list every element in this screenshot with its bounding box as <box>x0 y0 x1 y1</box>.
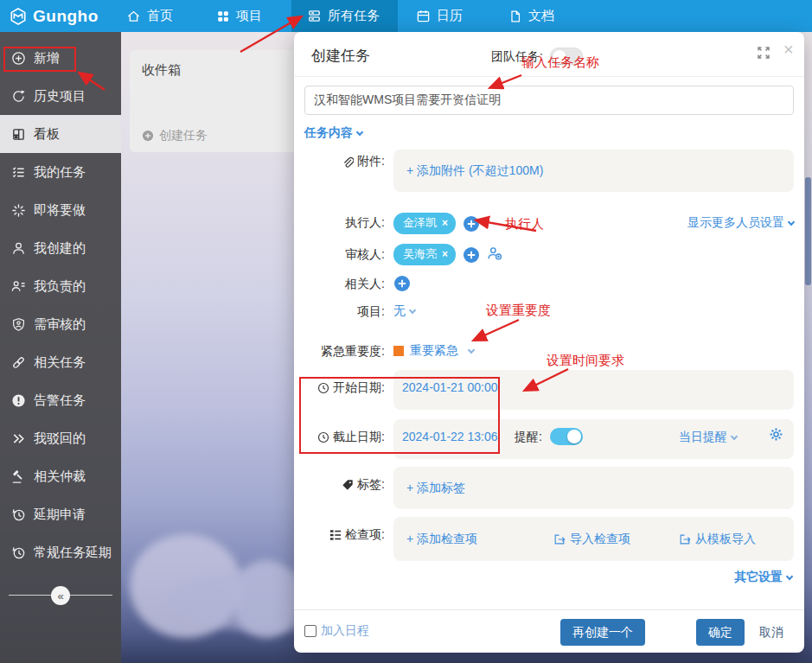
remove-tag-icon[interactable]: × <box>442 217 448 229</box>
tag-name: 吴海亮 <box>403 246 437 262</box>
person-list-icon <box>11 279 26 294</box>
add-executor-button[interactable] <box>463 215 480 233</box>
add-related-person-button[interactable] <box>393 275 411 292</box>
attachment-label: 附件: <box>294 154 385 169</box>
chevron-down-icon <box>731 432 738 439</box>
nav-item-all-tasks[interactable]: 所有任务 <box>291 0 398 32</box>
remind-label: 提醒: <box>515 430 542 445</box>
sidebar-item-board[interactable]: 看板 <box>0 115 121 153</box>
annotation-box-dates <box>299 377 500 454</box>
sidebar-item-label: 我的任务 <box>34 164 86 181</box>
sidebar-item-delay-request[interactable]: 延期申请 <box>0 495 121 533</box>
alert-icon <box>11 393 26 408</box>
remind-toggle[interactable] <box>550 428 583 445</box>
import-from-template-link[interactable]: 从模板导入 <box>679 532 756 547</box>
task-content-label: 任务内容 <box>304 125 353 141</box>
nav-item-home[interactable]: 首页 <box>126 0 173 32</box>
add-checklist-link[interactable]: + 添加检查项 <box>406 532 477 547</box>
add-to-schedule-checkbox[interactable]: 加入日程 <box>304 623 369 639</box>
sidebar-item-my-tasks[interactable]: 我的任务 <box>0 153 121 191</box>
task-list-icon <box>11 165 26 180</box>
sidebar: 新增 历史项目 看板 我的任务 即将要做 我创建的 我负责的 需审核的 <box>0 32 121 663</box>
related-people-label: 相关人: <box>294 277 385 292</box>
import-icon <box>679 533 691 545</box>
import-icon <box>553 533 566 545</box>
nav-item-calendar[interactable]: 日历 <box>416 0 463 32</box>
reviewer-row: 吴海亮× <box>393 244 502 265</box>
sidebar-item-label: 历史项目 <box>34 88 86 105</box>
task-content-toggle[interactable]: 任务内容 <box>304 125 362 141</box>
sidebar-item-history-projects[interactable]: 历史项目 <box>0 77 121 115</box>
annotation-priority-hint: 设置重要度 <box>486 303 551 319</box>
sidebar-item-rejected-by-me[interactable]: 我驳回的 <box>0 419 121 457</box>
add-attachment-link[interactable]: + 添加附件 (不超过100M) <box>406 163 543 179</box>
sidebar-item-label: 相关任务 <box>34 354 86 371</box>
attachment-dropzone[interactable]: + 添加附件 (不超过100M) <box>393 150 794 192</box>
scrollbar-thumb[interactable] <box>805 177 811 285</box>
remind-option-select[interactable]: 当日提醒 <box>679 430 737 445</box>
plus-circle-icon <box>142 130 154 142</box>
chevron-down-icon <box>409 306 416 313</box>
gear-icon[interactable] <box>769 427 783 445</box>
board-column-inbox: 收件箱 创建任务 <box>130 50 299 152</box>
remove-tag-icon[interactable]: × <box>442 248 448 260</box>
checklist-field: + 添加检查项 导入检查项 从模板导入 <box>393 517 794 561</box>
sidebar-item-related-tasks[interactable]: 相关任务 <box>0 343 121 381</box>
task-name-input[interactable] <box>304 86 794 115</box>
related-people-row <box>393 275 411 292</box>
sidebar-item-alert-tasks[interactable]: 告警任务 <box>0 381 121 419</box>
reviewer-tag[interactable]: 吴海亮× <box>393 244 456 265</box>
app-window: 收件箱 创建任务 新增 历史项目 看板 我的任务 即将要做 我创建的 <box>0 0 812 663</box>
divider <box>294 76 804 77</box>
list-icon <box>307 9 322 23</box>
add-tag-link[interactable]: + 添加标签 <box>406 481 465 496</box>
create-task-modal: 创建任务 团队任务: × 任务内容 附件: + 添加附件 (不超过100M) 执… <box>294 32 804 653</box>
sidebar-item-label: 我驳回的 <box>34 430 86 447</box>
annotation-box-new <box>3 47 76 72</box>
add-reviewer-button[interactable] <box>463 246 480 264</box>
sidebar-collapse-button[interactable]: « <box>51 586 70 605</box>
create-another-button[interactable]: 再创建一个 <box>560 619 645 646</box>
person-settings-icon[interactable] <box>487 245 502 265</box>
sidebar-item-label: 告警任务 <box>34 392 86 409</box>
board-create-task-button[interactable]: 创建任务 <box>142 128 208 143</box>
nav-item-documents[interactable]: 文档 <box>508 0 554 32</box>
other-settings-toggle[interactable]: 其它设置 <box>734 570 792 585</box>
priority-label: 紧急重要度: <box>294 344 385 360</box>
paperclip-icon <box>341 156 354 169</box>
checkbox-icon[interactable] <box>304 625 316 637</box>
priority-select[interactable]: 重要紧急 <box>393 343 474 359</box>
nav-item-label: 所有任务 <box>328 8 380 24</box>
import-checklist-link[interactable]: 导入检查项 <box>553 532 630 547</box>
nav-item-projects[interactable]: 项目 <box>216 0 262 32</box>
show-more-people-link[interactable]: 显示更多人员设置 <box>687 215 794 231</box>
sidebar-item-regular-task-delay[interactable]: 常规任务延期 <box>0 533 121 571</box>
close-icon[interactable]: × <box>783 40 794 60</box>
sidebar-item-upcoming[interactable]: 即将要做 <box>0 191 121 229</box>
sidebar-collapse-area: « <box>0 585 121 606</box>
annotation-executor-hint: 执行人 <box>505 216 544 233</box>
nav-item-label: 日历 <box>437 8 463 24</box>
calendar-icon <box>416 9 431 23</box>
project-select[interactable]: 无 <box>393 303 415 319</box>
cancel-button[interactable]: 取消 <box>759 625 783 641</box>
sidebar-item-my-responsibility[interactable]: 我负责的 <box>0 267 121 305</box>
sidebar-item-label: 我创建的 <box>34 240 86 257</box>
expand-icon[interactable] <box>756 45 771 64</box>
executor-label: 执行人: <box>294 215 385 231</box>
chevron-down-icon <box>788 218 795 225</box>
executor-tag[interactable]: 金泽凯× <box>393 213 456 234</box>
sidebar-item-created-by-me[interactable]: 我创建的 <box>0 229 121 267</box>
tag-icon <box>342 479 354 491</box>
sidebar-item-needs-review[interactable]: 需审核的 <box>0 305 121 343</box>
home-icon <box>126 9 141 23</box>
project-label: 项目: <box>294 304 385 320</box>
tags-field[interactable]: + 添加标签 <box>393 467 794 509</box>
spinner-icon <box>11 203 26 218</box>
app-logo[interactable]: Gungho <box>9 0 99 32</box>
confirm-button[interactable]: 确定 <box>696 619 745 646</box>
sidebar-item-related-arbitration[interactable]: 相关仲裁 <box>0 457 121 495</box>
forward-arrows-icon <box>11 431 26 446</box>
clock-back-icon <box>11 507 26 522</box>
document-icon <box>508 10 522 23</box>
